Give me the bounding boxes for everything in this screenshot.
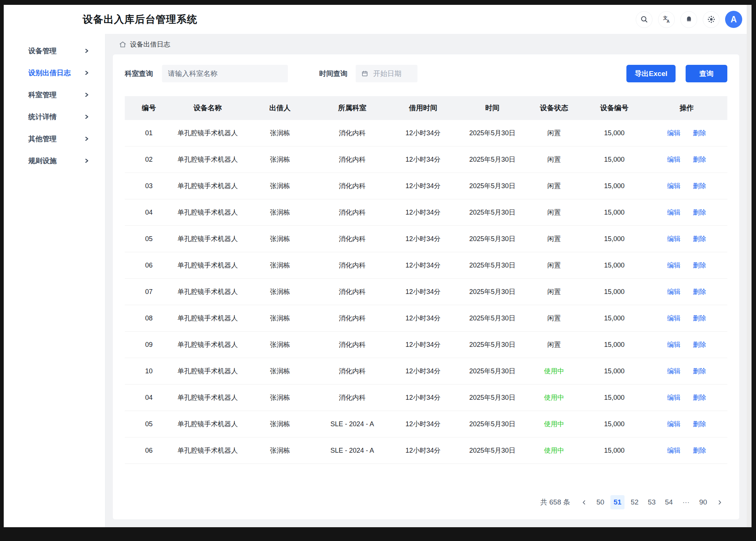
calendar-icon <box>361 70 368 77</box>
edit-link[interactable]: 编辑 <box>667 156 680 163</box>
page-button[interactable]: 54 <box>662 495 676 509</box>
cell-device-status: 闲置 <box>525 332 583 358</box>
delete-link[interactable]: 删除 <box>693 314 706 322</box>
cell-device-code: 15,000 <box>583 146 646 173</box>
delete-link[interactable]: 删除 <box>693 235 706 243</box>
cell-borrow-duration: 12小时34分 <box>387 252 459 279</box>
sidebar-item[interactable]: 科室管理 <box>4 84 105 106</box>
delete-link[interactable]: 删除 <box>693 394 706 401</box>
delete-link[interactable]: 删除 <box>693 182 706 190</box>
cell-borrower: 张润栋 <box>242 226 318 252</box>
cell-device-name: 单孔腔镜手术机器人 <box>173 252 242 279</box>
chevron-right-icon <box>84 158 89 164</box>
chevron-right-icon <box>84 136 89 142</box>
notification-bell-icon <box>685 15 693 23</box>
cell-device-name: 单孔腔镜手术机器人 <box>173 305 242 332</box>
top-bar: 设备出入库后台管理系统 文 A <box>4 5 747 34</box>
cell-actions: 编辑 删除 <box>646 199 727 226</box>
export-excel-button[interactable]: 导出Excel <box>626 65 676 82</box>
edit-link[interactable]: 编辑 <box>667 288 680 295</box>
table-row: 09 单孔腔镜手术机器人 张润栋 消化内科 12小时34分 2025年5月30日… <box>125 332 727 358</box>
cell-date: 2025年5月30日 <box>459 226 525 252</box>
delete-link[interactable]: 删除 <box>693 288 706 295</box>
page-button[interactable]: 52 <box>628 495 642 509</box>
cell-department: SLE - 2024 - A <box>318 437 387 464</box>
edit-link[interactable]: 编辑 <box>667 341 680 348</box>
user-avatar[interactable]: A <box>725 11 742 28</box>
borrow-log-table: 编号设备名称出借人所属科室借用时间时间设备状态设备编号操作 01 单孔腔镜手术机… <box>125 96 727 464</box>
table-row: 04 单孔腔镜手术机器人 张润栋 消化内科 12小时34分 2025年5月30日… <box>125 385 727 411</box>
query-button[interactable]: 查询 <box>686 65 727 82</box>
delete-link[interactable]: 删除 <box>693 129 706 137</box>
page-buttons: 5051525354···90 <box>593 495 710 509</box>
cell-department: 消化内科 <box>318 305 387 332</box>
edit-link[interactable]: 编辑 <box>667 262 680 269</box>
cell-device-status: 使用中 <box>525 385 583 411</box>
app-window: 设备出入库后台管理系统 文 A <box>4 5 747 527</box>
delete-link[interactable]: 删除 <box>693 367 706 375</box>
next-page-button[interactable] <box>713 495 726 509</box>
delete-link[interactable]: 删除 <box>693 209 706 216</box>
page-button[interactable]: 50 <box>593 495 607 509</box>
cell-date: 2025年5月30日 <box>459 358 525 385</box>
delete-link[interactable]: 删除 <box>693 420 706 428</box>
edit-link[interactable]: 编辑 <box>667 420 680 428</box>
sidebar: 设备管理设别出借日志科室管理统计详情其他管理规则设施 <box>4 34 105 527</box>
cell-device-code: 15,000 <box>583 411 646 437</box>
dept-search-input[interactable] <box>162 65 288 82</box>
cell-actions: 编辑 删除 <box>646 411 727 437</box>
cell-borrow-duration: 12小时34分 <box>387 279 459 305</box>
cell-device-status: 闲置 <box>525 146 583 173</box>
sidebar-item[interactable]: 其他管理 <box>4 128 105 150</box>
start-date-picker[interactable]: 开始日期 <box>356 65 417 82</box>
cell-device-status: 闲置 <box>525 279 583 305</box>
delete-link[interactable]: 删除 <box>693 262 706 269</box>
cell-no: 02 <box>125 146 173 173</box>
sidebar-item[interactable]: 设备管理 <box>4 40 105 62</box>
delete-link[interactable]: 删除 <box>693 447 706 454</box>
page-button[interactable]: 51 <box>610 495 625 509</box>
breadcrumb[interactable]: 设备出借日志 <box>119 40 739 49</box>
edit-link[interactable]: 编辑 <box>667 209 680 216</box>
table-row: 01 单孔腔镜手术机器人 张润栋 消化内科 12小时34分 2025年5月30日… <box>125 120 727 146</box>
page-button[interactable]: 53 <box>645 495 659 509</box>
theme-button[interactable] <box>703 11 720 28</box>
cell-borrower: 张润栋 <box>242 173 318 199</box>
edit-link[interactable]: 编辑 <box>667 129 680 137</box>
edit-link[interactable]: 编辑 <box>667 235 680 243</box>
dept-query-label: 科室查询 <box>125 69 153 79</box>
start-date-placeholder: 开始日期 <box>373 69 401 79</box>
edit-link[interactable]: 编辑 <box>667 394 680 401</box>
window-scrollbar[interactable] <box>747 5 752 527</box>
sidebar-item[interactable]: 统计详情 <box>4 106 105 128</box>
search-button[interactable] <box>636 11 652 28</box>
cell-device-code: 15,000 <box>583 358 646 385</box>
cell-borrower: 张润栋 <box>242 411 318 437</box>
edit-link[interactable]: 编辑 <box>667 367 680 375</box>
cell-device-status: 使用中 <box>525 411 583 437</box>
sidebar-item[interactable]: 规则设施 <box>4 150 105 172</box>
cell-no: 05 <box>125 226 173 252</box>
cell-device-status: 闲置 <box>525 120 583 146</box>
sidebar-item-label: 规则设施 <box>28 156 84 166</box>
cell-device-status: 闲置 <box>525 305 583 332</box>
edit-link[interactable]: 编辑 <box>667 182 680 190</box>
delete-link[interactable]: 删除 <box>693 341 706 348</box>
cell-no: 01 <box>125 120 173 146</box>
delete-link[interactable]: 删除 <box>693 156 706 163</box>
page-button[interactable]: 90 <box>696 495 710 509</box>
search-icon <box>640 15 649 24</box>
prev-page-button[interactable] <box>578 495 590 509</box>
edit-link[interactable]: 编辑 <box>667 314 680 322</box>
cell-actions: 编辑 删除 <box>646 437 727 464</box>
cell-department: 消化内科 <box>318 385 387 411</box>
cell-device-name: 单孔腔镜手术机器人 <box>173 120 242 146</box>
cell-borrow-duration: 12小时34分 <box>387 173 459 199</box>
sidebar-item[interactable]: 设别出借日志 <box>4 62 105 84</box>
translate-button[interactable]: 文 A <box>658 11 675 28</box>
cell-actions: 编辑 删除 <box>646 120 727 146</box>
cell-actions: 编辑 删除 <box>646 385 727 411</box>
edit-link[interactable]: 编辑 <box>667 447 680 454</box>
chevron-right-icon <box>84 48 89 54</box>
notification-button[interactable] <box>680 11 697 28</box>
